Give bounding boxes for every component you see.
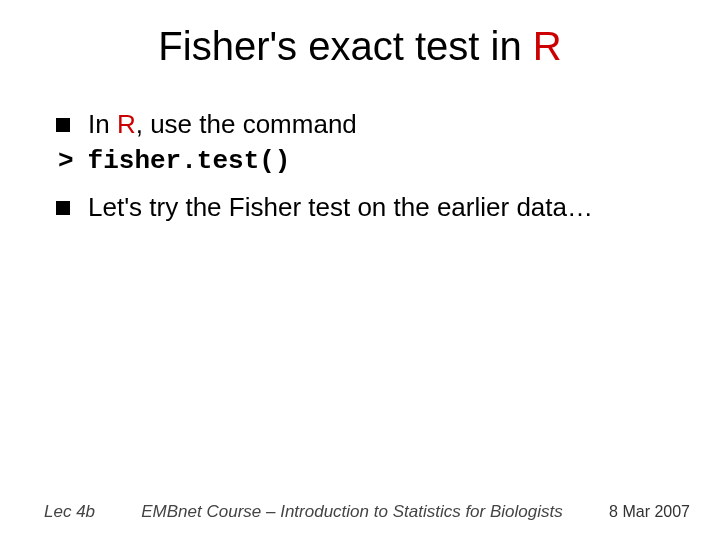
slide-title: Fisher's exact test in R xyxy=(0,24,720,69)
title-text: Fisher's exact test in xyxy=(158,24,532,68)
square-bullet-icon xyxy=(56,201,70,215)
slide-footer: Lec 4b EMBnet Course – Introduction to S… xyxy=(0,502,720,522)
bullet-item: Let's try the Fisher test on the earlier… xyxy=(56,191,680,224)
code-line: > fisher.test() xyxy=(58,145,680,178)
title-r: R xyxy=(533,24,562,68)
bullet-text: In R, use the command xyxy=(88,108,680,141)
bullet-r: R xyxy=(117,109,136,139)
square-bullet-icon xyxy=(56,118,70,132)
footer-left: Lec 4b xyxy=(44,502,134,522)
code-prompt: > xyxy=(58,145,74,178)
code-command: fisher.test() xyxy=(88,145,291,178)
bullet-text-before: In xyxy=(88,109,117,139)
bullet-item: In R, use the command xyxy=(56,108,680,141)
bullet-text: Let's try the Fisher test on the earlier… xyxy=(88,191,680,224)
footer-center: EMBnet Course – Introduction to Statisti… xyxy=(134,502,570,522)
footer-right: 8 Mar 2007 xyxy=(570,503,690,521)
bullet-text-after: , use the command xyxy=(136,109,357,139)
slide: Fisher's exact test in R In R, use the c… xyxy=(0,0,720,540)
slide-body: In R, use the command > fisher.test() Le… xyxy=(56,108,680,228)
